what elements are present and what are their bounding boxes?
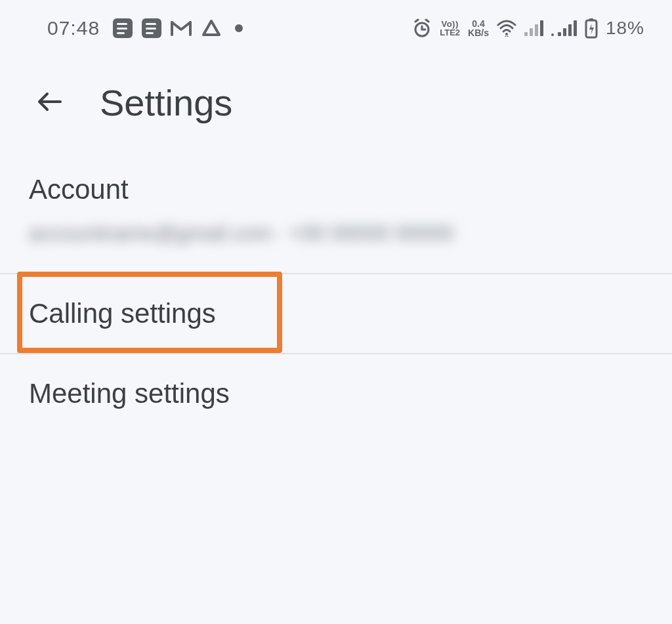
wifi-icon	[497, 20, 516, 37]
document-icon	[142, 18, 161, 38]
svg-point-1	[505, 33, 508, 35]
status-right: Vo)) LTE2 0.4 KB/s	[412, 18, 644, 39]
account-section[interactable]: Account accountname@gmail.com · +00 0000…	[0, 148, 672, 273]
meeting-settings-item[interactable]: Meeting settings	[0, 354, 672, 433]
battery-percentage: 18%	[606, 18, 644, 39]
calling-settings-item[interactable]: Calling settings	[0, 274, 672, 353]
back-button[interactable]	[34, 86, 66, 120]
signal-sim2-icon	[551, 20, 577, 36]
document-icon	[113, 18, 133, 38]
status-bar: 07:48 Vo)) LTE2 0.4	[0, 0, 672, 47]
status-time: 07:48	[47, 17, 100, 39]
app-bar: Settings	[0, 47, 672, 148]
account-label: Account	[29, 174, 643, 205]
more-notifications-icon	[235, 24, 243, 32]
volte-indicator: Vo)) LTE2	[440, 20, 460, 37]
status-left: 07:48	[47, 17, 243, 39]
alarm-icon	[412, 18, 432, 38]
page-title: Settings	[100, 81, 232, 124]
account-value-redacted: accountname@gmail.com · +00 00000 00000	[29, 221, 541, 245]
battery-icon	[585, 18, 598, 39]
signal-sim1-icon	[524, 20, 543, 36]
svg-rect-3	[589, 18, 593, 21]
drive-icon	[201, 18, 222, 38]
gmail-icon	[171, 20, 192, 37]
network-speed: 0.4 KB/s	[468, 19, 489, 37]
